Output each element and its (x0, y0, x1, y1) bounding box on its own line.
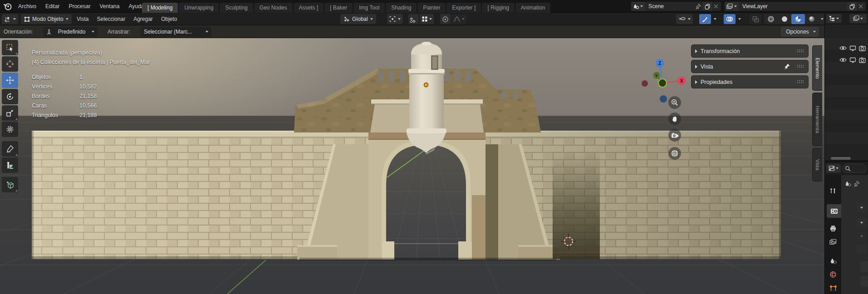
visibility-eye-icon[interactable] (839, 45, 847, 51)
visibility-eye-icon[interactable] (839, 57, 847, 63)
object-origin-dot[interactable] (424, 83, 428, 87)
axis-gizmo[interactable]: Y Z X (642, 50, 687, 93)
drag-grip-icon[interactable] (797, 49, 804, 53)
workspace-tab-painter[interactable]: Painter (417, 3, 446, 13)
dropdown[interactable] (857, 203, 867, 212)
workspace-tab-rigging[interactable]: [ Rigging (482, 3, 514, 13)
scrollbar[interactable] (831, 157, 851, 160)
outliner-display-mode-dropdown[interactable] (826, 14, 842, 23)
collapsed-panel[interactable]: O (860, 261, 868, 272)
npanel-view[interactable]: Vista (691, 60, 809, 73)
menu-archivo[interactable]: Archivo (14, 0, 41, 13)
shading-solid-button[interactable] (778, 14, 791, 24)
properties-editor-type-button[interactable] (826, 164, 841, 173)
menu-editar[interactable]: Editar (41, 0, 64, 13)
workspace-tab-geo-nodes[interactable]: Geo Nodes (254, 3, 293, 13)
npanel-properties[interactable]: Propiedades (691, 75, 809, 88)
tab-tool[interactable] (825, 184, 841, 198)
perspective-toggle-button[interactable] (668, 147, 681, 160)
drag-grip-icon[interactable] (797, 80, 804, 84)
shading-rendered-button[interactable] (805, 14, 819, 24)
proportional-falloff-dropdown[interactable] (451, 14, 466, 24)
orientation-preset-dropdown[interactable]: Predefinido (43, 27, 98, 37)
tool-transform[interactable] (2, 122, 18, 137)
tool-cursor[interactable] (2, 56, 18, 72)
pin-icon[interactable] (695, 3, 701, 10)
menu-objeto[interactable]: Objeto (157, 13, 181, 25)
view-layer-browse-button[interactable] (725, 2, 739, 11)
pin-icon[interactable] (784, 63, 790, 70)
value-field[interactable] (857, 245, 867, 254)
axis-neg-y-ball[interactable] (658, 79, 667, 87)
npanel-tab-herramienta[interactable]: Herramienta (812, 93, 822, 146)
visibility-dropdown[interactable] (676, 14, 693, 24)
tab-render[interactable] (827, 204, 841, 218)
zoom-button[interactable] (668, 96, 681, 109)
tab-object[interactable] (825, 281, 841, 294)
drag-action-dropdown[interactable]: Seleccionar (Marc... (141, 27, 211, 37)
render-disable-camera-icon[interactable] (859, 57, 866, 63)
camera-view-button[interactable] (668, 129, 681, 142)
new-scene-button[interactable] (702, 2, 712, 11)
viewport-disable-monitor-icon[interactable] (849, 57, 856, 63)
npanel-transform[interactable]: Transformación (691, 44, 809, 58)
menu-vista[interactable]: Vista (73, 13, 93, 25)
outliner-filter-dropdown[interactable] (849, 14, 867, 23)
pan-button[interactable] (668, 113, 681, 125)
menu-procesar[interactable]: Procesar (64, 0, 95, 13)
tool-rotate[interactable] (2, 89, 18, 104)
outliner-row[interactable] (825, 42, 868, 54)
tab-view-layer[interactable] (825, 235, 841, 249)
pivot-point-dropdown[interactable] (387, 14, 403, 24)
close-icon[interactable] (713, 4, 719, 9)
axis-neg-x-ball[interactable] (642, 80, 648, 87)
scene-browse-button[interactable] (631, 2, 645, 11)
workspace-tab-baker[interactable]: [ Baker (324, 3, 353, 13)
workspace-tab-animation[interactable]: Animation (515, 3, 550, 13)
workspace-tab-shading[interactable]: Shading (386, 3, 417, 13)
workspace-tab-exporter[interactable]: Exporter ] (446, 3, 481, 13)
snap-toggle-button[interactable] (408, 14, 419, 24)
npanel-tab-vista[interactable]: Vista (812, 148, 822, 181)
view-layer-name[interactable]: ViewLayer (739, 3, 846, 10)
render-disable-camera-icon[interactable] (859, 45, 866, 51)
transform-orientation-dropdown[interactable]: Global (340, 14, 376, 24)
gizmo-dropdown[interactable] (712, 14, 718, 24)
npanel-tab-elemento[interactable]: Elemento (812, 45, 822, 91)
overlays-dropdown[interactable] (736, 14, 743, 24)
show-gizmo-toggle[interactable] (699, 14, 711, 24)
editor-type-button[interactable] (2, 14, 18, 24)
scene-name[interactable]: Scene (645, 3, 695, 10)
view-layer-selector[interactable]: ViewLayer (724, 1, 866, 11)
tool-scale[interactable] (2, 105, 18, 121)
blender-logo-icon[interactable] (3, 2, 12, 11)
tool-annotate[interactable] (2, 141, 18, 157)
properties-search-input[interactable] (842, 164, 867, 173)
tool-measure[interactable] (2, 157, 18, 173)
workspace-tab-modeling[interactable]: [ Modeling (142, 3, 178, 13)
workspace-tab-sculpting[interactable]: Sculpting (220, 3, 253, 13)
scene-selector[interactable]: Scene (631, 1, 721, 11)
menu-seleccionar[interactable]: Seleccionar (93, 13, 129, 25)
workspace-tab-img-tool[interactable]: Img Tool (353, 3, 385, 13)
collapsed-panel[interactable]: M (860, 276, 868, 287)
xray-toggle[interactable] (750, 14, 761, 24)
proportional-edit-toggle[interactable] (440, 14, 451, 24)
tool-select-box[interactable] (2, 40, 18, 55)
menu-ventana[interactable]: Ventana (95, 0, 124, 13)
tab-output[interactable] (825, 221, 841, 235)
shading-wireframe-button[interactable] (764, 14, 778, 24)
outliner-row[interactable] (825, 54, 868, 66)
drag-grip-icon[interactable] (797, 65, 804, 69)
pin-icon[interactable] (853, 181, 860, 187)
dropdown[interactable] (857, 218, 867, 227)
close-icon[interactable] (858, 4, 863, 9)
axis-neg-z-ball[interactable] (659, 94, 668, 103)
workspace-tab-unwrapping[interactable]: Unwrapping (179, 3, 219, 13)
tab-world[interactable] (825, 268, 841, 281)
mode-dropdown[interactable]: Modo Objeto (21, 14, 72, 24)
dropdown[interactable] (857, 232, 867, 241)
options-dropdown[interactable]: Opciones (781, 27, 819, 37)
shading-material-preview-button[interactable] (791, 14, 805, 24)
snap-target-dropdown[interactable] (420, 14, 434, 24)
